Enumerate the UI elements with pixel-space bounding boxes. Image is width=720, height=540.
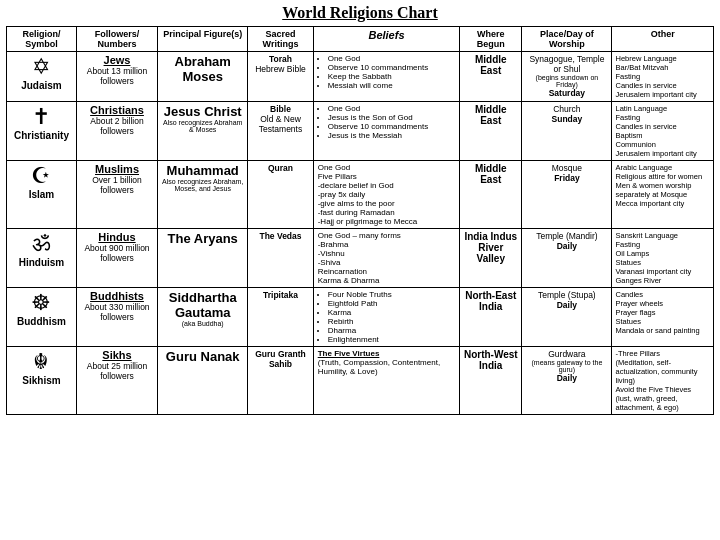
- place-name: Gurdwara: [525, 349, 608, 359]
- place-cell: ChurchSunday: [522, 102, 612, 161]
- belief-item: -Hajj or pilgrimage to Mecca: [318, 217, 456, 226]
- where-begun: Middle East: [463, 163, 518, 185]
- principal-name: Abraham Moses: [161, 54, 244, 84]
- place-note: (begins sundown on Friday): [525, 74, 608, 88]
- followers-cell: HindusAbout 900 million followers: [76, 229, 157, 288]
- other-cell: -Three Pillars(Meditation, self-actualiz…: [612, 347, 714, 415]
- beliefs-cell: One God – many forms-Brahma-Vishnu-Shiva…: [313, 229, 460, 288]
- principal-sub: Also recognizes Abraham, Moses, and Jesu…: [161, 178, 244, 192]
- other-item: Men & women worship separately at Mosque: [615, 181, 710, 199]
- where-begun: Middle East: [463, 54, 518, 76]
- table-header-row: Religion/ Symbol Followers/ Numbers Prin…: [7, 27, 714, 52]
- other-cell: Hebrew LanguageBar/Bat MitzvahFastingCan…: [612, 52, 714, 102]
- belief-item: Five Pillars: [318, 172, 456, 181]
- belief-item: One God: [318, 163, 456, 172]
- religion-cell: ॐHinduism: [7, 229, 77, 288]
- principal-cell: MuhammadAlso recognizes Abraham, Moses, …: [158, 161, 248, 229]
- religion-name: Islam: [10, 189, 73, 200]
- table-row: ☸BuddhismBuddhistsAbout 330 million foll…: [7, 288, 714, 347]
- belief-item: -fast during Ramadan: [318, 208, 456, 217]
- sacred-cell: Tripitaka: [248, 288, 313, 347]
- followers-name: Buddhists: [80, 290, 154, 302]
- other-item: Prayer flags: [615, 308, 710, 317]
- other-item: Oil Lamps: [615, 249, 710, 258]
- other-item: Fasting: [615, 113, 710, 122]
- other-item: Mandala or sand painting: [615, 326, 710, 335]
- followers-name: Sikhs: [80, 349, 154, 361]
- sacred-cell: TorahHebrew Bible: [248, 52, 313, 102]
- other-item: Fasting: [615, 72, 710, 81]
- sacred-sub: Hebrew Bible: [251, 64, 309, 74]
- place-day: Daily: [525, 373, 608, 383]
- other-item: Ganges River: [615, 276, 710, 285]
- religion-cell: ☪Islam: [7, 161, 77, 229]
- where-cell: Middle East: [460, 52, 522, 102]
- principal-sub: (aka Buddha): [161, 320, 244, 327]
- place-note: (means gateway to the guru): [525, 359, 608, 373]
- other-item: Statues: [615, 317, 710, 326]
- religion-name: Hinduism: [10, 257, 73, 268]
- belief-item: Keep the Sabbath: [328, 72, 456, 81]
- other-item: (Meditation, self-actualization, communi…: [615, 358, 710, 385]
- header-place: Place/Day of Worship: [522, 27, 612, 52]
- star-of-david-icon: ✡: [10, 54, 73, 80]
- belief-item: Eightfold Path: [328, 299, 456, 308]
- religion-name: Sikhism: [10, 375, 73, 386]
- beliefs-cell: One GodFive Pillars-declare belief in Go…: [313, 161, 460, 229]
- followers-name: Jews: [80, 54, 154, 66]
- belief-item: One God – many forms: [318, 231, 456, 240]
- beliefs-cell: One GodObserve 10 commandmentsKeep the S…: [313, 52, 460, 102]
- place-day: Daily: [525, 241, 608, 251]
- sacred-main: Tripitaka: [251, 290, 309, 300]
- other-item: Prayer wheels: [615, 299, 710, 308]
- sacred-cell: The Vedas: [248, 229, 313, 288]
- principal-name: The Aryans: [161, 231, 244, 246]
- other-item: Fasting: [615, 240, 710, 249]
- header-followers: Followers/ Numbers: [76, 27, 157, 52]
- other-item: Latin Language: [615, 104, 710, 113]
- religions-table: Religion/ Symbol Followers/ Numbers Prin…: [6, 26, 714, 415]
- header-religion: Religion/ Symbol: [7, 27, 77, 52]
- sacred-sub: Old & New Testaments: [251, 114, 309, 134]
- table-row: ☪IslamMuslimsOver 1 billion followersMuh…: [7, 161, 714, 229]
- place-day: Saturday: [525, 88, 608, 98]
- where-cell: Middle East: [460, 102, 522, 161]
- religion-cell: ☬Sikhism: [7, 347, 77, 415]
- other-item: Hebrew Language: [615, 54, 710, 63]
- other-cell: CandlesPrayer wheelsPrayer flagsStatuesM…: [612, 288, 714, 347]
- crescent-star-icon: ☪: [10, 163, 73, 189]
- where-begun: North-East India: [463, 290, 518, 312]
- page-container: World Religions Chart Religion/ Symbol F…: [0, 0, 720, 419]
- belief-item: One God: [328, 54, 456, 63]
- sacred-cell: Quran: [248, 161, 313, 229]
- followers-count: About 900 million followers: [80, 243, 154, 263]
- principal-name: Muhammad: [161, 163, 244, 178]
- where-begun: Middle East: [463, 104, 518, 126]
- cross-icon: ✝: [10, 104, 73, 130]
- beliefs-cell: Four Noble TruthsEightfold PathKarmaRebi…: [313, 288, 460, 347]
- religion-cell: ✡Judaism: [7, 52, 77, 102]
- belief-item: (Truth, Compassion, Contentment, Humilit…: [318, 358, 456, 376]
- followers-count: About 330 million followers: [80, 302, 154, 322]
- khanda-icon: ☬: [10, 349, 73, 375]
- where-cell: India Indus River Valley: [460, 229, 522, 288]
- belief-item: -declare belief in God: [318, 181, 456, 190]
- beliefs-cell: The Five Virtues(Truth, Compassion, Cont…: [313, 347, 460, 415]
- table-row: ॐHinduismHindusAbout 900 million followe…: [7, 229, 714, 288]
- other-item: Religious attire for women: [615, 172, 710, 181]
- place-cell: Gurdwara(means gateway to the guru)Daily: [522, 347, 612, 415]
- followers-count: About 25 million followers: [80, 361, 154, 381]
- principal-cell: The Aryans: [158, 229, 248, 288]
- other-item: Communion: [615, 140, 710, 149]
- other-item: (lust, wrath, greed, attachment, & ego): [615, 394, 710, 412]
- other-item: Jerusalem important city: [615, 90, 710, 99]
- other-item: Jerusalem important city: [615, 149, 710, 158]
- other-cell: Latin LanguageFastingCandles in serviceB…: [612, 102, 714, 161]
- place-day: Daily: [525, 300, 608, 310]
- belief-item: Observe 10 commandments: [328, 63, 456, 72]
- followers-cell: SikhsAbout 25 million followers: [76, 347, 157, 415]
- dharma-wheel-icon: ☸: [10, 290, 73, 316]
- other-item: Varanasi important city: [615, 267, 710, 276]
- beliefs-cell: One GodJesus is the Son of GodObserve 10…: [313, 102, 460, 161]
- belief-item: Four Noble Truths: [328, 290, 456, 299]
